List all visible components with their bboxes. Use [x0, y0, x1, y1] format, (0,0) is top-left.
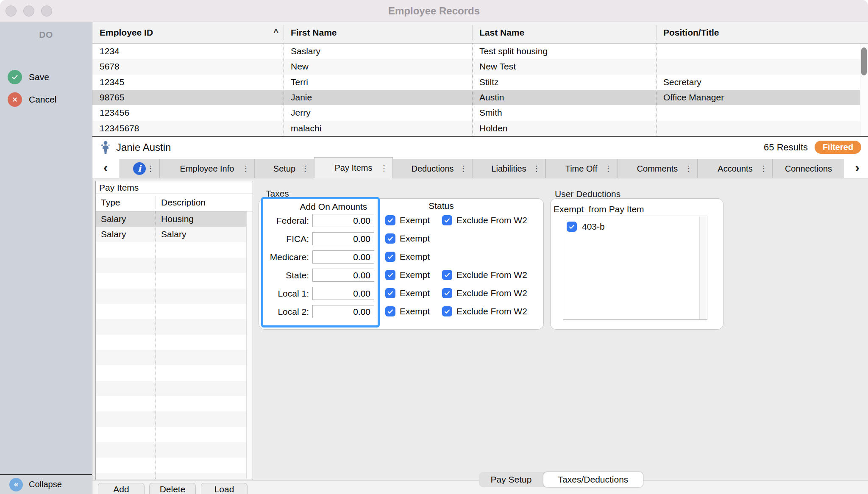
tab-menu-dots-icon[interactable]: ⋮ [301, 164, 309, 173]
tab-pay-items[interactable]: Pay Items⋮ [314, 157, 393, 178]
tax-field-label: Local 1: [263, 289, 309, 299]
tax-amount-input[interactable] [312, 287, 374, 300]
status-row: Exempt [381, 247, 559, 266]
column-header-position[interactable]: Position/Title [656, 22, 860, 43]
tab-content-area: Pay Items Type Description SalaryHousing… [92, 178, 868, 494]
pay-item-row[interactable] [96, 427, 253, 442]
pay-item-row[interactable] [96, 242, 253, 258]
tax-amount-input[interactable] [312, 305, 374, 318]
tab-comments[interactable]: Comments⋮ [617, 159, 698, 178]
tabs-scroll-right-button[interactable]: › [855, 157, 860, 178]
tab-menu-dots-icon[interactable]: ⋮ [533, 164, 540, 173]
column-header-description[interactable]: Description [156, 197, 206, 208]
tab-liabilities[interactable]: Liabilities⋮ [472, 159, 545, 178]
status-row: ExemptExclude From W2 [381, 284, 559, 302]
tax-amount-input[interactable] [312, 232, 374, 245]
tab-menu-dots-icon[interactable]: ⋮ [242, 164, 250, 173]
pay-item-type: Salary [96, 227, 156, 242]
table-cell-last: Smith [472, 105, 656, 120]
column-header-employee-id[interactable]: Employee ID [92, 22, 284, 43]
table-scrollbar-thumb[interactable] [861, 47, 867, 75]
column-header-first-name[interactable]: First Name [284, 22, 472, 43]
tab-taxes-deductions[interactable]: Taxes/Deductions [543, 472, 643, 487]
pay-item-row[interactable]: SalaryHousing [96, 211, 253, 227]
pay-item-row[interactable] [96, 335, 253, 350]
table-scrollbar-track[interactable] [860, 44, 868, 136]
column-header-last-name[interactable]: Last Name [472, 22, 656, 43]
tax-amount-input[interactable] [312, 250, 374, 264]
record-tabbar: ‹ › i⋮Employee Info⋮Setup⋮Pay Items⋮Dedu… [92, 157, 868, 178]
tab-menu-dots-icon[interactable]: ⋮ [760, 164, 768, 173]
exempt-checkbox[interactable] [385, 252, 395, 262]
pay-item-row[interactable] [96, 381, 253, 396]
delete-button[interactable]: Delete [149, 483, 196, 494]
tab-connections[interactable]: Connections [773, 159, 844, 178]
table-cell-first: Saslary [284, 44, 472, 59]
tab-accounts[interactable]: Accounts⋮ [698, 159, 773, 178]
save-button[interactable]: Save [0, 68, 92, 86]
table-row[interactable]: 12345TerriStiltzSecretary [92, 75, 868, 90]
pay-item-row[interactable] [96, 304, 253, 319]
exclude-from-w2-checkbox[interactable] [442, 288, 452, 298]
pay-item-row[interactable] [96, 473, 253, 479]
exclude-from-w2-checkbox[interactable] [442, 215, 452, 225]
tab-info[interactable]: i⋮ [120, 159, 159, 178]
status-checkbox-rows: ExemptExclude From W2ExemptExemptExemptE… [381, 211, 559, 320]
pay-item-row[interactable] [96, 411, 253, 427]
exempt-checkbox[interactable] [385, 233, 395, 244]
exclude-from-w2-checkbox[interactable] [442, 270, 452, 280]
tab-menu-dots-icon[interactable]: ⋮ [380, 164, 388, 173]
tab-pay-setup[interactable]: Pay Setup [479, 472, 543, 487]
exclude-from-w2-checkbox[interactable] [442, 306, 452, 316]
pay-item-row[interactable] [96, 273, 253, 288]
pay-item-row[interactable] [96, 350, 253, 365]
filtered-badge[interactable]: Filtered [815, 141, 861, 154]
add-button[interactable]: Add [98, 483, 145, 494]
tab-menu-dots-icon[interactable]: ⋮ [604, 164, 612, 173]
tax-amount-input[interactable] [312, 214, 374, 227]
deductions-scrollbar-track[interactable] [699, 216, 707, 319]
pay-item-type [96, 427, 156, 442]
tab-setup[interactable]: Setup⋮ [255, 159, 314, 178]
pay-item-row[interactable]: SalarySalary [96, 227, 253, 242]
pay-item-row[interactable] [96, 442, 253, 458]
cancel-button[interactable]: Cancel [0, 91, 92, 108]
pay-item-row[interactable] [96, 319, 253, 334]
pay-item-row[interactable] [96, 396, 253, 411]
pay-item-row[interactable] [96, 258, 253, 273]
column-header-type[interactable]: Type [96, 197, 156, 208]
table-row[interactable]: 5678NewNew Test [92, 59, 868, 74]
table-row[interactable]: 98765JanieAustinOffice Manager [92, 90, 868, 105]
tabs-scroll-left-button[interactable]: ‹ [103, 157, 108, 178]
table-row[interactable]: 12345678malachiHolden [92, 121, 868, 136]
exempt-checkbox[interactable] [385, 306, 395, 316]
tab-employee-info[interactable]: Employee Info⋮ [159, 159, 255, 178]
load-button[interactable]: Load [201, 483, 248, 494]
tax-field-label: State: [263, 270, 309, 280]
pay-item-row[interactable] [96, 289, 253, 304]
exempt-checkbox[interactable] [385, 288, 395, 298]
tab-menu-dots-icon[interactable]: ⋮ [685, 164, 693, 173]
tax-field-label: Medicare: [263, 252, 309, 262]
employee-table: Employee ID First Name Last Name Positio… [92, 22, 868, 136]
pay-item-row[interactable] [96, 458, 253, 473]
tax-amount-input[interactable] [312, 269, 374, 282]
deduction-checkbox[interactable] [567, 222, 577, 232]
tab-deductions[interactable]: Deductions⋮ [393, 159, 472, 178]
tab-menu-dots-icon[interactable]: ⋮ [147, 164, 154, 173]
exempt-label: Exempt [400, 252, 442, 262]
pay-items-scrollbar-track[interactable] [246, 211, 253, 479]
window-title: Employee Records [0, 0, 868, 22]
exempt-checkbox[interactable] [385, 215, 395, 225]
pay-item-row[interactable] [96, 365, 253, 380]
table-row[interactable]: 1234SaslaryTest split housing [92, 44, 868, 59]
tax-field-label: Local 2: [263, 307, 309, 317]
collapse-button[interactable]: « Collapse [0, 474, 92, 494]
tab-time-off[interactable]: Time Off⋮ [545, 159, 617, 178]
table-row[interactable]: 123456JerrySmith [92, 105, 868, 120]
tab-menu-dots-icon[interactable]: ⋮ [459, 164, 467, 173]
column-divider-dotted [156, 211, 156, 479]
exempt-label: Exempt [400, 288, 442, 298]
deduction-item[interactable]: 403-b [563, 218, 707, 235]
exempt-checkbox[interactable] [385, 270, 395, 280]
